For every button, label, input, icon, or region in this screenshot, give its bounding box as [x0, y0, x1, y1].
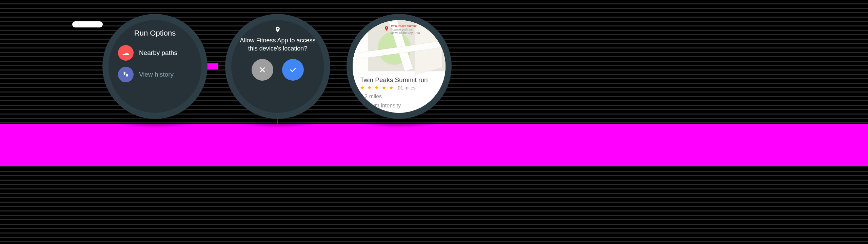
permission-app-name: Fitness App	[256, 37, 288, 44]
option-label: Nearby paths	[139, 49, 177, 57]
option-nearby-paths[interactable]: Nearby paths	[118, 45, 201, 61]
star-icon: ★ ★ ★ ★ ★	[360, 85, 394, 91]
watch-face: Twin Peaks Summit Popular park with view…	[353, 20, 446, 113]
watch-run-options: Run Options Nearby paths View history	[102, 14, 208, 119]
watch-permission-dialog: Allow Fitness App to access this device'…	[225, 14, 330, 119]
map-pin-subtitle: views of the Bay Area	[391, 32, 420, 35]
result-card[interactable]: Twin Peaks Summit run ★ ★ ★ ★ ★ .01 mile…	[353, 71, 446, 113]
result-distance-long: 5.2 miles	[360, 93, 438, 100]
permission-text: Allow Fitness App to access this device'…	[231, 36, 324, 53]
location-pin-icon	[231, 25, 324, 35]
shoe-icon	[118, 45, 134, 61]
footsteps-icon	[118, 67, 134, 82]
permission-pre: Allow	[240, 37, 256, 44]
close-icon	[258, 66, 267, 74]
option-view-history[interactable]: View history	[118, 67, 201, 82]
watch-map-result: Twin Peaks Summit Popular park with view…	[347, 14, 452, 119]
screen-title: Run Options	[108, 29, 201, 38]
map-pin-icon	[384, 25, 389, 33]
result-distance-short: .01 miles	[397, 85, 416, 90]
map-pin-label: Twin Peaks Summit Popular park with view…	[391, 25, 420, 35]
allow-button[interactable]	[282, 59, 304, 81]
svg-point-0	[124, 72, 126, 74]
permission-buttons	[231, 59, 324, 81]
watch-face: Run Options Nearby paths View history	[108, 20, 201, 113]
result-title: Twin Peaks Summit run	[360, 76, 438, 84]
svg-rect-3	[126, 77, 128, 77]
white-pill-decoration	[72, 21, 103, 27]
map-view[interactable]: Twin Peaks Summit Popular park with view…	[353, 20, 446, 71]
deny-button[interactable]	[252, 59, 273, 81]
option-label: View history	[139, 71, 174, 78]
highlight-bar	[0, 124, 868, 166]
check-icon	[289, 66, 297, 74]
watch-face: Allow Fitness App to access this device'…	[231, 20, 324, 113]
svg-point-2	[126, 74, 128, 76]
result-rating: ★ ★ ★ ★ ★ .01 miles	[360, 85, 438, 91]
svg-rect-1	[124, 74, 125, 75]
result-intensity: Medium intensity	[360, 102, 438, 109]
options-list: Nearby paths View history	[108, 45, 201, 82]
